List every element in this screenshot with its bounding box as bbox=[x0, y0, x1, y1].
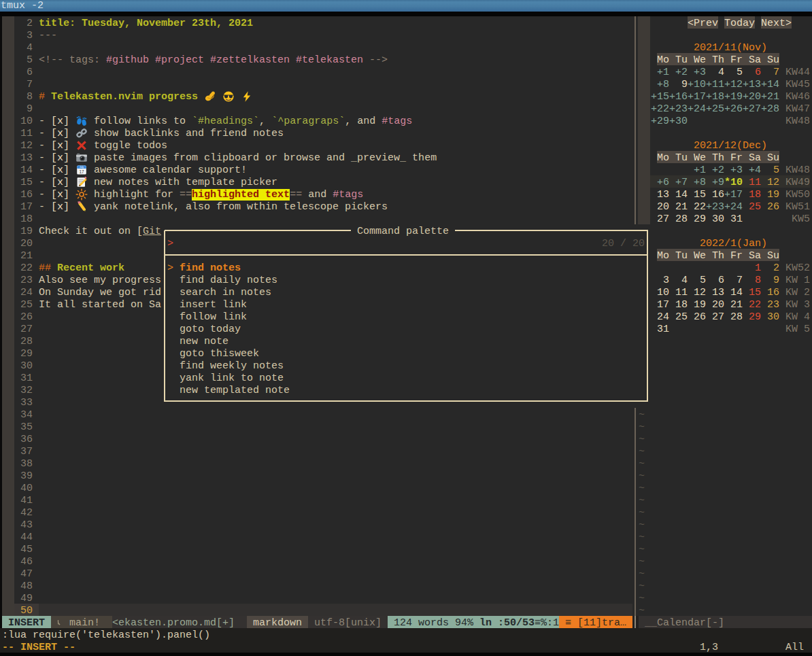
svg-text:17: 17 bbox=[79, 169, 84, 174]
svg-text:July: July bbox=[80, 166, 84, 169]
